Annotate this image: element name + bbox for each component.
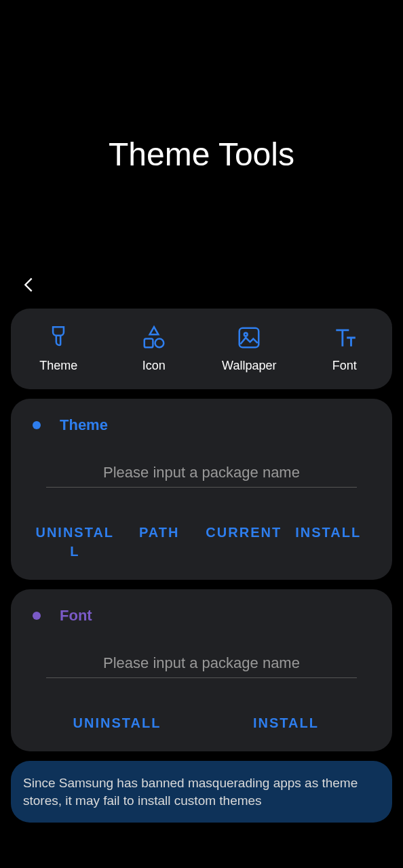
uninstall-button[interactable]: UNINSTALL <box>33 523 117 561</box>
nav-item-wallpaper[interactable]: Wallpaper <box>202 325 297 373</box>
section-header: Theme <box>33 416 370 434</box>
uninstall-button[interactable]: UNINSTALL <box>33 713 202 732</box>
notice-banner: Since Samsung has banned masquerading ap… <box>11 761 392 823</box>
install-button[interactable]: INSTALL <box>286 523 371 561</box>
bullet-icon <box>33 612 41 620</box>
nav-label: Icon <box>142 359 166 373</box>
nav-label: Wallpaper <box>222 359 276 373</box>
chevron-left-icon <box>19 286 38 298</box>
nav-label: Theme <box>39 359 77 373</box>
theme-actions: UNINSTALL PATH CURRENT INSTALL <box>33 523 370 561</box>
font-section: Font UNINSTALL INSTALL <box>11 589 392 751</box>
section-header: Font <box>33 607 370 625</box>
nav-item-icon[interactable]: Icon <box>107 325 202 373</box>
nav-item-font[interactable]: Font <box>297 325 393 373</box>
section-title: Font <box>60 607 92 625</box>
path-button[interactable]: PATH <box>117 523 202 561</box>
image-icon <box>236 325 262 351</box>
svg-point-1 <box>155 339 164 348</box>
font-icon <box>332 325 358 351</box>
back-button[interactable] <box>19 274 38 298</box>
theme-section: Theme UNINSTALL PATH CURRENT INSTALL <box>11 399 392 580</box>
install-button[interactable]: INSTALL <box>202 713 370 732</box>
svg-rect-2 <box>239 328 259 348</box>
page-title: Theme Tools <box>0 0 403 268</box>
bullet-icon <box>33 421 41 429</box>
section-title: Theme <box>60 416 108 434</box>
category-nav: Theme Icon Wallpaper <box>11 309 392 389</box>
brush-icon <box>45 325 71 351</box>
nav-label: Font <box>332 359 357 373</box>
nav-item-theme[interactable]: Theme <box>11 325 107 373</box>
svg-point-3 <box>244 333 248 336</box>
theme-package-input[interactable] <box>46 458 357 488</box>
svg-rect-0 <box>145 339 153 348</box>
font-package-input[interactable] <box>46 649 357 678</box>
current-button[interactable]: CURRENT <box>202 523 286 561</box>
font-actions: UNINSTALL INSTALL <box>33 713 370 732</box>
shapes-icon <box>141 325 167 351</box>
